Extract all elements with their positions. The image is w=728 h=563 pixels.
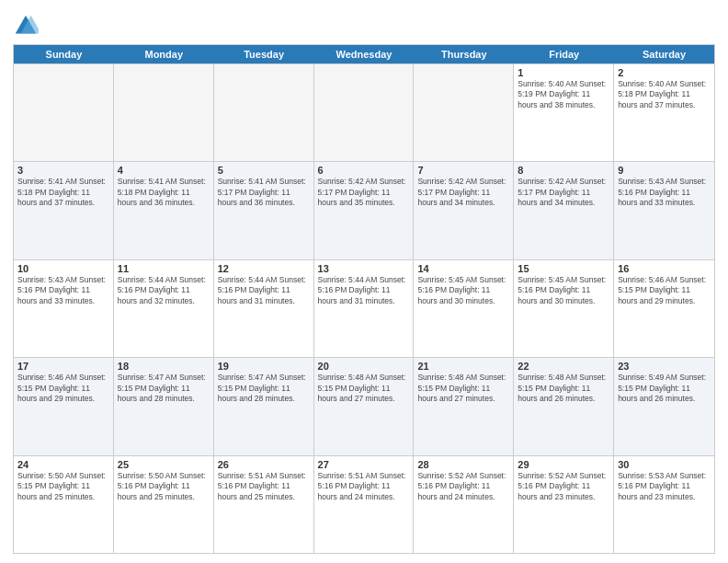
day-info: Sunrise: 5:40 AM Sunset: 5:19 PM Dayligh… (518, 79, 609, 110)
day-number: 6 (318, 165, 410, 176)
day-cell-30: 30Sunrise: 5:53 AM Sunset: 5:16 PM Dayli… (614, 456, 714, 553)
day-info: Sunrise: 5:48 AM Sunset: 5:15 PM Dayligh… (518, 373, 609, 404)
day-info: Sunrise: 5:42 AM Sunset: 5:17 PM Dayligh… (318, 177, 410, 208)
day-number: 23 (618, 361, 711, 372)
day-number: 13 (318, 263, 410, 274)
week-row-5: 24Sunrise: 5:50 AM Sunset: 5:15 PM Dayli… (14, 455, 714, 553)
day-info: Sunrise: 5:41 AM Sunset: 5:18 PM Dayligh… (118, 177, 210, 208)
day-info: Sunrise: 5:47 AM Sunset: 5:15 PM Dayligh… (218, 373, 310, 404)
day-number: 19 (218, 361, 310, 372)
header (13, 9, 715, 39)
day-info: Sunrise: 5:44 AM Sunset: 5:16 PM Dayligh… (318, 275, 410, 306)
week-row-2: 3Sunrise: 5:41 AM Sunset: 5:18 PM Daylig… (14, 161, 714, 259)
day-cell-29: 29Sunrise: 5:52 AM Sunset: 5:16 PM Dayli… (514, 456, 614, 553)
day-number: 4 (118, 165, 210, 176)
day-info: Sunrise: 5:44 AM Sunset: 5:16 PM Dayligh… (218, 275, 310, 306)
day-header-saturday: Saturday (614, 45, 714, 63)
day-cell-26: 26Sunrise: 5:51 AM Sunset: 5:16 PM Dayli… (214, 456, 314, 553)
day-number: 5 (218, 165, 310, 176)
day-number: 28 (417, 459, 509, 470)
day-info: Sunrise: 5:51 AM Sunset: 5:16 PM Dayligh… (318, 471, 410, 502)
day-number: 12 (218, 263, 310, 274)
day-number: 14 (417, 263, 509, 274)
day-header-tuesday: Tuesday (214, 45, 314, 63)
day-info: Sunrise: 5:45 AM Sunset: 5:16 PM Dayligh… (417, 275, 509, 306)
day-info: Sunrise: 5:53 AM Sunset: 5:16 PM Dayligh… (618, 471, 711, 502)
day-header-thursday: Thursday (414, 45, 514, 63)
day-info: Sunrise: 5:48 AM Sunset: 5:15 PM Dayligh… (318, 373, 410, 404)
calendar: SundayMondayTuesdayWednesdayThursdayFrid… (13, 44, 715, 554)
day-number: 20 (318, 361, 410, 372)
day-info: Sunrise: 5:50 AM Sunset: 5:15 PM Dayligh… (17, 471, 109, 502)
day-number: 7 (417, 165, 509, 176)
day-number: 18 (118, 361, 210, 372)
day-info: Sunrise: 5:41 AM Sunset: 5:17 PM Dayligh… (218, 177, 310, 208)
logo (13, 13, 42, 39)
day-header-wednesday: Wednesday (314, 45, 415, 63)
day-number: 17 (17, 361, 109, 372)
day-number: 24 (17, 459, 109, 470)
day-info: Sunrise: 5:42 AM Sunset: 5:17 PM Dayligh… (417, 177, 509, 208)
day-cell-1: 1Sunrise: 5:40 AM Sunset: 5:19 PM Daylig… (514, 64, 614, 161)
day-number: 30 (618, 459, 711, 470)
day-info: Sunrise: 5:44 AM Sunset: 5:16 PM Dayligh… (118, 275, 210, 306)
day-cell-25: 25Sunrise: 5:50 AM Sunset: 5:16 PM Dayli… (114, 456, 214, 553)
day-number: 21 (417, 361, 509, 372)
day-info: Sunrise: 5:52 AM Sunset: 5:16 PM Dayligh… (518, 471, 609, 502)
day-header-friday: Friday (514, 45, 614, 63)
day-info: Sunrise: 5:43 AM Sunset: 5:16 PM Dayligh… (618, 177, 711, 208)
empty-cell (214, 64, 314, 161)
calendar-header: SundayMondayTuesdayWednesdayThursdayFrid… (14, 45, 714, 63)
day-cell-11: 11Sunrise: 5:44 AM Sunset: 5:16 PM Dayli… (114, 260, 214, 357)
day-cell-16: 16Sunrise: 5:46 AM Sunset: 5:15 PM Dayli… (614, 260, 714, 357)
day-cell-12: 12Sunrise: 5:44 AM Sunset: 5:16 PM Dayli… (214, 260, 314, 357)
empty-cell (14, 64, 114, 161)
day-number: 22 (518, 361, 609, 372)
day-number: 11 (118, 263, 210, 274)
day-header-monday: Monday (114, 45, 214, 63)
day-info: Sunrise: 5:49 AM Sunset: 5:15 PM Dayligh… (618, 373, 711, 404)
empty-cell (314, 64, 415, 161)
day-cell-7: 7Sunrise: 5:42 AM Sunset: 5:17 PM Daylig… (414, 162, 514, 259)
day-cell-27: 27Sunrise: 5:51 AM Sunset: 5:16 PM Dayli… (314, 456, 415, 553)
day-number: 3 (17, 165, 109, 176)
day-cell-5: 5Sunrise: 5:41 AM Sunset: 5:17 PM Daylig… (214, 162, 314, 259)
day-cell-22: 22Sunrise: 5:48 AM Sunset: 5:15 PM Dayli… (514, 358, 614, 454)
page: SundayMondayTuesdayWednesdayThursdayFrid… (0, 0, 728, 563)
day-info: Sunrise: 5:43 AM Sunset: 5:16 PM Dayligh… (17, 275, 109, 306)
day-cell-24: 24Sunrise: 5:50 AM Sunset: 5:15 PM Dayli… (14, 456, 114, 553)
day-number: 10 (17, 263, 109, 274)
week-row-1: 1Sunrise: 5:40 AM Sunset: 5:19 PM Daylig… (14, 63, 714, 161)
day-number: 27 (318, 459, 410, 470)
day-number: 1 (518, 67, 609, 78)
day-number: 25 (118, 459, 210, 470)
day-number: 8 (518, 165, 609, 176)
day-cell-15: 15Sunrise: 5:45 AM Sunset: 5:16 PM Dayli… (514, 260, 614, 357)
day-cell-6: 6Sunrise: 5:42 AM Sunset: 5:17 PM Daylig… (314, 162, 415, 259)
day-info: Sunrise: 5:42 AM Sunset: 5:17 PM Dayligh… (518, 177, 609, 208)
day-info: Sunrise: 5:47 AM Sunset: 5:15 PM Dayligh… (118, 373, 210, 404)
day-number: 9 (618, 165, 711, 176)
day-cell-23: 23Sunrise: 5:49 AM Sunset: 5:15 PM Dayli… (614, 358, 714, 454)
day-cell-9: 9Sunrise: 5:43 AM Sunset: 5:16 PM Daylig… (614, 162, 714, 259)
day-header-sunday: Sunday (14, 45, 114, 63)
day-cell-18: 18Sunrise: 5:47 AM Sunset: 5:15 PM Dayli… (114, 358, 214, 454)
day-number: 15 (518, 263, 609, 274)
day-info: Sunrise: 5:46 AM Sunset: 5:15 PM Dayligh… (618, 275, 711, 306)
day-cell-20: 20Sunrise: 5:48 AM Sunset: 5:15 PM Dayli… (314, 358, 415, 454)
day-info: Sunrise: 5:41 AM Sunset: 5:18 PM Dayligh… (17, 177, 109, 208)
day-cell-19: 19Sunrise: 5:47 AM Sunset: 5:15 PM Dayli… (214, 358, 314, 454)
day-cell-21: 21Sunrise: 5:48 AM Sunset: 5:15 PM Dayli… (414, 358, 514, 454)
day-cell-2: 2Sunrise: 5:40 AM Sunset: 5:18 PM Daylig… (614, 64, 714, 161)
day-number: 2 (618, 67, 711, 78)
logo-icon (13, 13, 39, 39)
day-cell-14: 14Sunrise: 5:45 AM Sunset: 5:16 PM Dayli… (414, 260, 514, 357)
day-info: Sunrise: 5:51 AM Sunset: 5:16 PM Dayligh… (218, 471, 310, 502)
day-number: 29 (518, 459, 609, 470)
day-info: Sunrise: 5:46 AM Sunset: 5:15 PM Dayligh… (17, 373, 109, 404)
day-number: 26 (218, 459, 310, 470)
day-cell-4: 4Sunrise: 5:41 AM Sunset: 5:18 PM Daylig… (114, 162, 214, 259)
day-info: Sunrise: 5:40 AM Sunset: 5:18 PM Dayligh… (618, 79, 711, 110)
empty-cell (114, 64, 214, 161)
empty-cell (414, 64, 514, 161)
